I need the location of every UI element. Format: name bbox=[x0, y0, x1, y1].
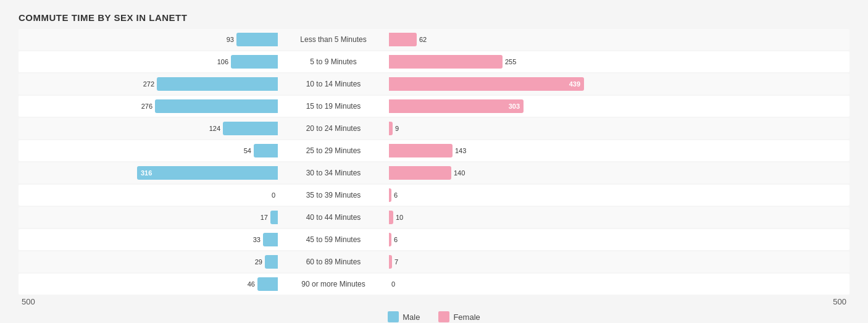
bar-female bbox=[389, 211, 393, 224]
right-section: 6 bbox=[389, 185, 648, 206]
bar-male bbox=[236, 33, 278, 46]
right-section: 439 bbox=[389, 73, 648, 94]
bar-female bbox=[389, 33, 417, 46]
bar-label: 40 to 44 Minutes bbox=[278, 213, 389, 222]
axis-labels: 500 500 bbox=[19, 297, 849, 306]
axis-left-label: 500 bbox=[22, 297, 35, 306]
table-row: 3345 to 59 Minutes6 bbox=[19, 229, 849, 250]
bar-label: 15 to 19 Minutes bbox=[278, 102, 389, 111]
legend-female-label: Female bbox=[453, 313, 480, 322]
bar-female: 303 bbox=[389, 99, 524, 113]
left-section: 93 bbox=[19, 29, 278, 50]
bar-female bbox=[389, 166, 451, 180]
bar-label: 25 to 29 Minutes bbox=[278, 146, 389, 155]
bar-male bbox=[254, 144, 278, 157]
bar-female bbox=[389, 55, 503, 69]
right-section: 10 bbox=[389, 207, 648, 228]
legend: Male Female bbox=[19, 311, 849, 322]
male-value: 46 bbox=[248, 280, 255, 288]
female-value: 7 bbox=[394, 258, 398, 266]
chart-rows-wrapper: 93Less than 5 Minutes621065 to 9 Minutes… bbox=[19, 29, 849, 295]
chart-container: COMMUTE TIME BY SEX IN LANETT Source: Zi… bbox=[19, 12, 849, 322]
table-row: 93Less than 5 Minutes62 bbox=[19, 29, 849, 50]
bar-female: 439 bbox=[389, 77, 584, 91]
female-value: 0 bbox=[391, 280, 395, 288]
left-section: 17 bbox=[19, 207, 278, 228]
axis-right-label: 500 bbox=[833, 297, 846, 306]
table-row: 1065 to 9 Minutes255 bbox=[19, 51, 849, 72]
legend-male-box bbox=[388, 311, 399, 322]
male-value: 276 bbox=[141, 103, 152, 110]
table-row: 035 to 39 Minutes6 bbox=[19, 185, 849, 206]
male-value: 106 bbox=[217, 58, 228, 65]
bar-label: 60 to 89 Minutes bbox=[278, 258, 389, 266]
bar-label: 30 to 34 Minutes bbox=[278, 169, 389, 177]
legend-male-label: Male bbox=[403, 313, 420, 322]
female-value: 10 bbox=[396, 214, 403, 221]
bar-female bbox=[389, 144, 453, 157]
right-section: 9 bbox=[389, 118, 648, 139]
bar-label: 5 to 9 Minutes bbox=[278, 57, 389, 66]
male-value: 29 bbox=[255, 258, 262, 266]
right-section: 143 bbox=[389, 140, 648, 161]
bar-female bbox=[389, 188, 391, 202]
table-row: 4690 or more Minutes0 bbox=[19, 274, 849, 295]
female-value: 6 bbox=[394, 191, 398, 199]
left-section: 276 bbox=[19, 96, 278, 117]
female-value: 143 bbox=[455, 147, 466, 154]
bar-female bbox=[389, 233, 391, 246]
bar-female bbox=[389, 255, 392, 269]
bar-male bbox=[231, 55, 278, 69]
left-section: 272 bbox=[19, 73, 278, 94]
left-section: 29 bbox=[19, 251, 278, 272]
table-row: 5425 to 29 Minutes143 bbox=[19, 140, 849, 161]
table-row: 27615 to 19 Minutes303 bbox=[19, 96, 849, 117]
right-section: 0 bbox=[389, 274, 648, 295]
male-value: 124 bbox=[209, 125, 220, 132]
left-section: 316 bbox=[19, 162, 278, 183]
bar-male bbox=[155, 99, 278, 113]
bar-label: 45 to 59 Minutes bbox=[278, 235, 389, 244]
male-value: 316 bbox=[141, 169, 152, 177]
bar-label: 20 to 24 Minutes bbox=[278, 124, 389, 133]
male-value: 17 bbox=[261, 214, 268, 221]
female-value: 140 bbox=[454, 169, 465, 177]
bar-male bbox=[223, 122, 278, 135]
female-value: 62 bbox=[419, 36, 427, 43]
female-value: 439 bbox=[569, 80, 580, 88]
left-section: 124 bbox=[19, 118, 278, 139]
left-section: 54 bbox=[19, 140, 278, 161]
bar-male bbox=[265, 255, 278, 269]
legend-male: Male bbox=[388, 311, 420, 322]
male-value: 272 bbox=[143, 80, 154, 88]
female-value: 9 bbox=[395, 125, 399, 132]
right-section: 255 bbox=[389, 51, 648, 72]
table-row: 1740 to 44 Minutes10 bbox=[19, 207, 849, 228]
bar-label: 90 or more Minutes bbox=[278, 280, 389, 288]
left-section: 46 bbox=[19, 274, 278, 295]
right-section: 303 bbox=[389, 96, 648, 117]
legend-female: Female bbox=[438, 311, 480, 322]
table-row: 2960 to 89 Minutes7 bbox=[19, 251, 849, 272]
male-value: 54 bbox=[244, 147, 251, 154]
right-section: 62 bbox=[389, 29, 648, 50]
bar-male bbox=[257, 277, 278, 291]
right-section: 140 bbox=[389, 162, 648, 183]
left-section: 0 bbox=[19, 185, 278, 206]
female-value: 255 bbox=[505, 58, 516, 65]
table-row: 31630 to 34 Minutes140 bbox=[19, 162, 849, 183]
female-value: 6 bbox=[394, 236, 398, 243]
bar-label: Less than 5 Minutes bbox=[278, 35, 389, 44]
chart-title: COMMUTE TIME BY SEX IN LANETT bbox=[19, 12, 849, 23]
male-value: 33 bbox=[253, 236, 261, 243]
left-section: 106 bbox=[19, 51, 278, 72]
bar-male bbox=[263, 233, 278, 246]
left-section: 33 bbox=[19, 229, 278, 250]
bar-male bbox=[157, 77, 278, 91]
legend-female-box bbox=[438, 311, 449, 322]
bar-label: 35 to 39 Minutes bbox=[278, 191, 389, 199]
right-section: 6 bbox=[389, 229, 648, 250]
table-row: 12420 to 24 Minutes9 bbox=[19, 118, 849, 139]
bar-male: 316 bbox=[137, 166, 278, 180]
male-value: 93 bbox=[227, 36, 234, 43]
